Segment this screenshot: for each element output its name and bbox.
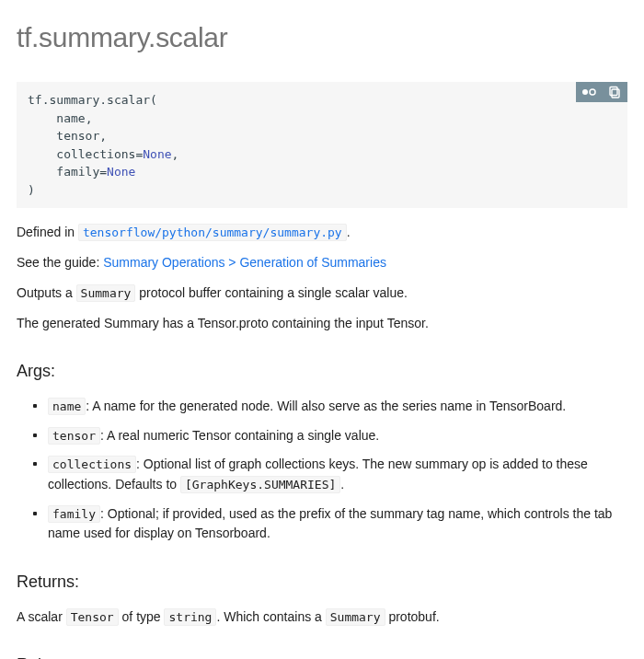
summary-code: Summary xyxy=(326,608,385,626)
sig-open: ( xyxy=(150,93,157,107)
guide-line: See the guide: Summary Operations > Gene… xyxy=(17,253,627,272)
list-item: collections: Optional list of graph coll… xyxy=(48,455,627,494)
raises-heading: Raises: xyxy=(17,653,627,659)
svg-point-1 xyxy=(590,89,595,95)
arg-collections-code: collections xyxy=(48,456,136,473)
defined-in-line: Defined in tensorflow/python/summary/sum… xyxy=(17,223,627,242)
summary-code: Summary xyxy=(76,284,136,302)
list-item: tensor: A real numeric Tensor containing… xyxy=(48,426,627,446)
svg-point-0 xyxy=(582,89,588,95)
arg-family-code: family xyxy=(48,505,100,523)
arg-name-code: name xyxy=(48,398,86,415)
source-file-link[interactable]: tensorflow/python/summary/summary.py xyxy=(78,225,347,239)
sig-none: None xyxy=(107,165,135,179)
returns-text: A scalar Tensor of type string. Which co… xyxy=(17,607,627,627)
sig-close: ) xyxy=(28,183,35,197)
list-item: family: Optional; if provided, used as t… xyxy=(48,504,627,544)
page-title: tf.summary.scalar xyxy=(17,17,627,58)
description-line-2: The generated Summary has a Tensor.proto… xyxy=(17,314,627,333)
guide-link[interactable]: Summary Operations > Generation of Summa… xyxy=(103,255,386,270)
returns-heading: Returns: xyxy=(17,570,627,595)
string-code: string xyxy=(164,608,216,626)
svg-rect-2 xyxy=(612,89,619,98)
graphkeys-code: [GraphKeys.SUMMARIES] xyxy=(180,476,340,493)
args-heading: Args: xyxy=(17,359,627,384)
description-line-1: Outputs a Summary protocol buffer contai… xyxy=(17,283,627,303)
dark-mode-toggle-icon[interactable] xyxy=(576,82,602,102)
copy-icon[interactable] xyxy=(602,82,627,102)
sig-kw-family: family xyxy=(56,165,99,179)
arg-tensor-code: tensor xyxy=(48,427,100,445)
sig-param-tensor: tensor xyxy=(56,129,99,143)
svg-rect-3 xyxy=(610,87,617,96)
sig-fn: tf.summary.scalar xyxy=(28,93,150,107)
sig-param-name: name xyxy=(56,111,85,125)
args-list: name: A name for the generated node. Wil… xyxy=(17,397,627,544)
sig-none: None xyxy=(143,147,171,161)
signature-code-block: tf.summary.scalar( name, tensor, collect… xyxy=(17,82,627,208)
tensor-code: Tensor xyxy=(66,608,119,626)
list-item: name: A name for the generated node. Wil… xyxy=(48,397,627,417)
sig-kw-collections: collections xyxy=(56,147,135,161)
